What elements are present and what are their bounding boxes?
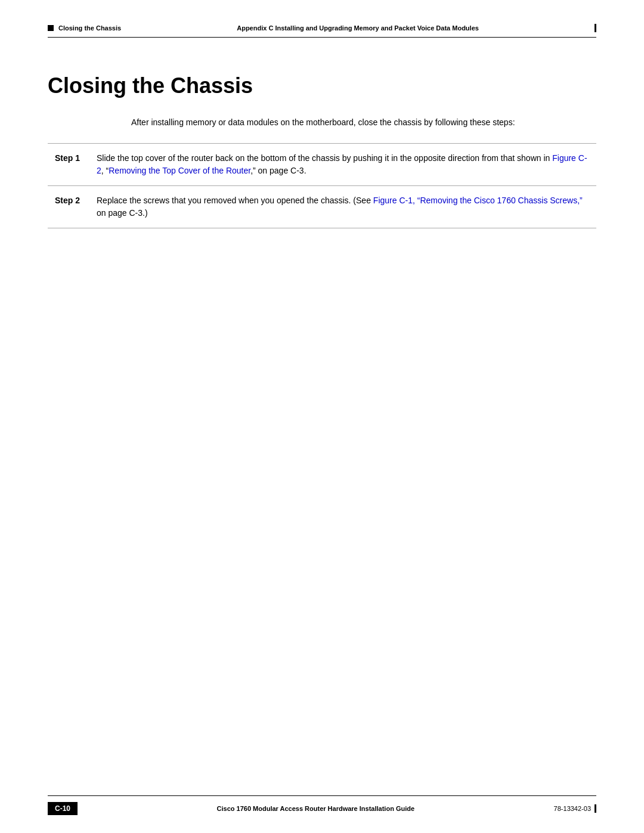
- header-bar-icon: [595, 24, 596, 32]
- step-2-content: Replace the screws that you removed when…: [89, 186, 596, 228]
- table-row: Step 2 Replace the screws that you remov…: [48, 186, 596, 228]
- page: Closing the Chassis Appendix C Installin…: [0, 0, 644, 833]
- header-right: [595, 24, 596, 32]
- intro-paragraph: After installing memory or data modules …: [131, 116, 596, 129]
- removing-top-cover-link[interactable]: Removing the Top Cover of the Router: [109, 166, 250, 175]
- table-row: Step 1 Slide the top cover of the router…: [48, 144, 596, 186]
- steps-table: Step 1 Slide the top cover of the router…: [48, 143, 596, 228]
- footer-bar-icon: [595, 804, 596, 813]
- page-footer: C-10 Cisco 1760 Modular Access Router Ha…: [0, 795, 644, 833]
- header-section-title: Closing the Chassis: [58, 24, 121, 32]
- footer-doc-number: 78-13342-03: [554, 804, 596, 813]
- header-center-text: Appendix C Installing and Upgrading Memo…: [133, 24, 583, 32]
- step-1-content: Slide the top cover of the router back o…: [89, 144, 596, 186]
- footer-book-title: Cisco 1760 Modular Access Router Hardwar…: [217, 805, 415, 812]
- header-left: Closing the Chassis: [48, 24, 121, 32]
- footer-inner: C-10 Cisco 1760 Modular Access Router Ha…: [48, 802, 596, 815]
- section-icon: [48, 25, 54, 31]
- page-title: Closing the Chassis: [48, 73, 596, 98]
- figure-c1-link[interactable]: Figure C-1, “Removing the Cisco 1760 Cha…: [373, 196, 583, 205]
- footer-divider: [48, 795, 596, 796]
- page-number-box: C-10: [48, 802, 78, 815]
- page-header: Closing the Chassis Appendix C Installin…: [0, 0, 644, 37]
- main-content: Closing the Chassis After installing mem…: [0, 38, 644, 833]
- step-2-label: Step 2: [48, 186, 89, 228]
- step-1-label: Step 1: [48, 144, 89, 186]
- page-number: C-10: [55, 804, 70, 813]
